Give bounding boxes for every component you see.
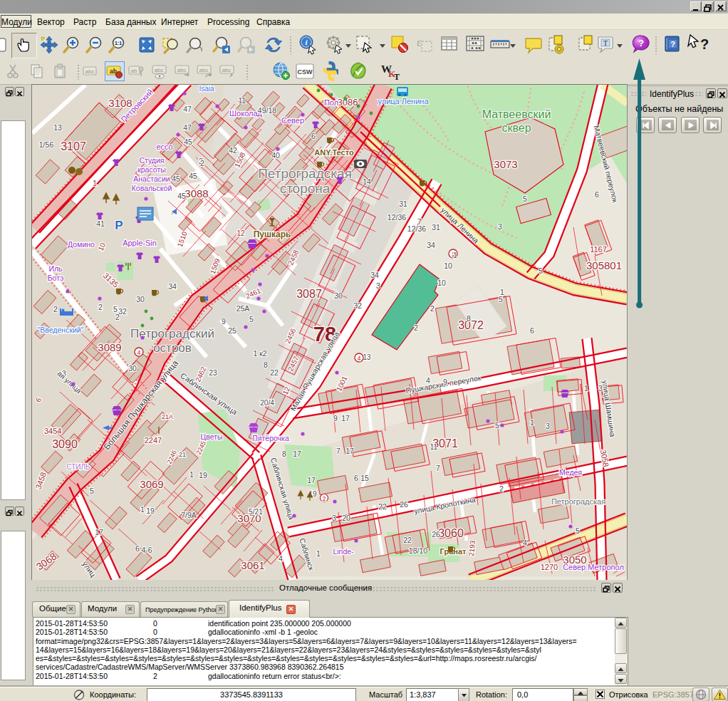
svg-text:3107: 3107 <box>61 140 86 152</box>
svg-text:P: P <box>115 219 123 232</box>
svg-text:34: 34 <box>370 271 379 279</box>
svg-text:2: 2 <box>200 159 204 167</box>
svg-text:11: 11 <box>430 442 438 451</box>
svg-text:3: 3 <box>546 422 550 430</box>
svg-text:Ковальской: Ковальской <box>132 184 172 192</box>
svg-text:42: 42 <box>229 146 237 155</box>
svg-text:Пол: Пол <box>324 98 338 107</box>
svg-text:7/9А: 7/9А <box>181 511 197 519</box>
svg-text:1: 1 <box>140 505 145 514</box>
svg-text:14: 14 <box>363 177 371 186</box>
svg-text:5: 5 <box>576 526 580 535</box>
svg-text:Север: Север <box>281 116 304 125</box>
svg-text:CSW: CSW <box>298 68 313 76</box>
svg-text:34: 34 <box>427 241 435 249</box>
svg-text:3: 3 <box>498 222 502 231</box>
svg-text:1: 1 <box>189 470 194 479</box>
svg-text:ab: ab <box>131 68 137 74</box>
svg-text:1: 1 <box>584 384 588 393</box>
svg-text:12/36: 12/36 <box>407 224 426 233</box>
svg-text:9: 9 <box>443 378 447 386</box>
svg-text:12: 12 <box>236 229 245 237</box>
svg-text:3087: 3087 <box>296 288 322 300</box>
svg-text:17: 17 <box>293 450 301 458</box>
svg-text:5/21: 5/21 <box>249 508 263 516</box>
svg-text:3090: 3090 <box>52 438 78 450</box>
svg-text:?: ? <box>638 38 644 48</box>
svg-text:4: 4 <box>426 376 430 385</box>
svg-text:6: 6 <box>311 132 316 140</box>
svg-text:2: 2 <box>53 305 58 313</box>
svg-text:4: 4 <box>279 554 283 563</box>
svg-text:3086: 3086 <box>338 97 358 108</box>
svg-text:Isaia: Isaia <box>199 85 214 93</box>
svg-text:10: 10 <box>444 261 452 270</box>
svg-text:Медея: Медея <box>559 468 582 477</box>
svg-text:остров: остров <box>153 341 192 355</box>
svg-text:21А: 21А <box>162 413 173 420</box>
svg-text:8: 8 <box>282 450 286 458</box>
svg-text:21: 21 <box>179 451 186 458</box>
svg-text:34: 34 <box>168 282 177 291</box>
svg-text:17: 17 <box>341 414 350 422</box>
svg-text:1: 1 <box>453 251 457 259</box>
svg-text:17: 17 <box>307 476 316 484</box>
svg-text:Матвеевский: Матвеевский <box>482 108 551 120</box>
svg-text:abc: abc <box>155 67 164 73</box>
svg-text:12/36: 12/36 <box>388 213 406 222</box>
svg-text:улица Ленина: улица Ленина <box>378 97 429 105</box>
svg-text:17: 17 <box>95 528 103 536</box>
svg-text:45: 45 <box>184 137 192 146</box>
svg-text:6: 6 <box>595 190 599 199</box>
svg-text:47: 47 <box>183 105 192 113</box>
svg-text:4: 4 <box>357 355 360 362</box>
svg-text:15: 15 <box>360 474 369 482</box>
svg-text:3072: 3072 <box>458 319 484 331</box>
svg-text:Ботэ: Ботэ <box>48 274 64 282</box>
svg-text:Linde-: Linde- <box>333 547 354 556</box>
svg-text:3061: 3061 <box>241 559 264 571</box>
svg-text:1270: 1270 <box>541 563 558 571</box>
svg-text:6: 6 <box>530 326 534 335</box>
svg-text:3060: 3060 <box>438 527 464 539</box>
svg-text:31: 31 <box>432 223 440 232</box>
svg-text:3089: 3089 <box>98 341 121 353</box>
svg-text:20: 20 <box>342 514 350 522</box>
svg-text:45: 45 <box>189 172 197 180</box>
svg-text:20/4: 20/4 <box>260 399 274 407</box>
svg-text:abc: abc <box>222 67 232 73</box>
svg-text:2: 2 <box>115 313 120 321</box>
svg-text:30: 30 <box>334 291 343 300</box>
svg-text:T: T <box>394 72 400 82</box>
svg-text:3: 3 <box>332 514 336 522</box>
svg-text:26: 26 <box>400 500 408 509</box>
svg-text:22: 22 <box>270 368 279 377</box>
svg-text:2: 2 <box>322 495 326 502</box>
svg-text:3073: 3073 <box>494 158 517 170</box>
svg-text:1167: 1167 <box>590 245 607 254</box>
svg-text:Пятёрочка: Пятёрочка <box>252 434 289 442</box>
svg-text:9: 9 <box>222 317 226 326</box>
svg-text:45: 45 <box>172 175 180 183</box>
svg-text:8: 8 <box>467 314 471 323</box>
svg-text:1: 1 <box>316 549 321 558</box>
svg-text:abc: abc <box>177 67 187 73</box>
svg-text:1:1: 1:1 <box>115 41 122 46</box>
svg-text:47: 47 <box>183 123 192 132</box>
svg-text:1: 1 <box>530 418 534 427</box>
svg-text:Apple-Sin: Apple-Sin <box>123 239 157 247</box>
svg-text:4: 4 <box>137 349 140 356</box>
svg-text:26: 26 <box>432 530 440 539</box>
svg-text:Домино: Домино <box>68 240 95 249</box>
svg-text:ecco: ecco <box>156 142 172 151</box>
svg-text:Петроградская: Петроградская <box>551 497 605 506</box>
svg-text:?: ? <box>700 36 709 52</box>
svg-text:5: 5 <box>249 315 254 323</box>
svg-text:Цветы: Цветы <box>200 432 222 441</box>
svg-text:5: 5 <box>523 194 527 203</box>
svg-text:2: 2 <box>414 323 418 332</box>
svg-text:Север Метропол: Север Метропол <box>563 563 624 571</box>
svg-text:19: 19 <box>146 507 155 515</box>
svg-text:Пушкарь: Пушкарь <box>254 229 291 239</box>
svg-text:Анастасии: Анастасии <box>133 175 170 183</box>
